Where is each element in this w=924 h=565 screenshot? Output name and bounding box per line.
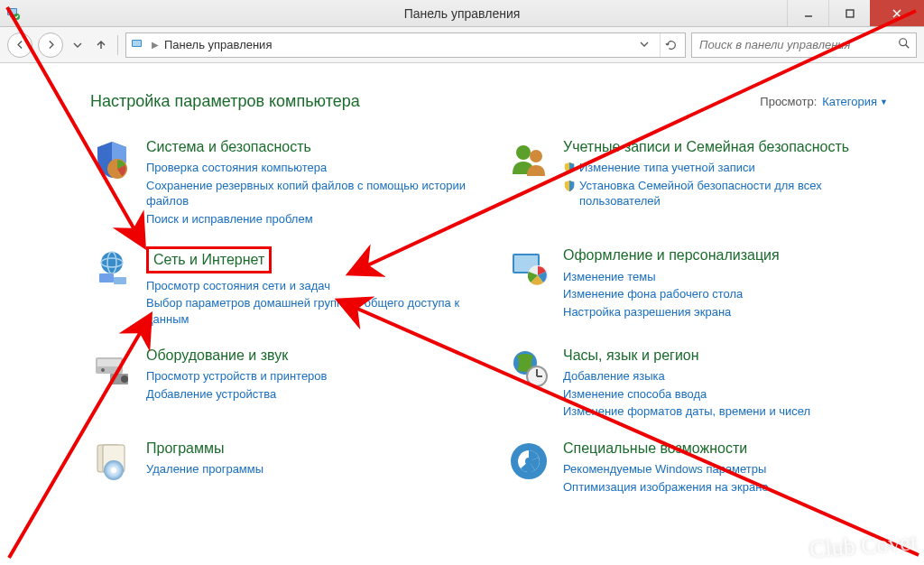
category-link[interactable]: Выбор параметров домашней группы и общег… xyxy=(146,295,471,327)
category-body: ПрограммыУдаление программы xyxy=(146,440,263,477)
svg-point-13 xyxy=(101,252,123,273)
svg-rect-22 xyxy=(97,359,121,366)
view-by: Просмотр: Категория ▼ xyxy=(760,95,888,108)
svg-rect-1 xyxy=(8,9,16,14)
category-link[interactable]: Рекомендуемые Windows параметры xyxy=(563,461,769,477)
category-link-shielded[interactable]: Установка Семейной безопасности для всех… xyxy=(563,178,888,209)
svg-point-33 xyxy=(111,468,116,473)
system-icon xyxy=(5,5,22,22)
header-row: Настройка параметров компьютера Просмотр… xyxy=(90,92,888,111)
category-icon xyxy=(90,440,134,483)
category-link[interactable]: Добавление устройства xyxy=(146,386,327,403)
page-title: Настройка параметров компьютера xyxy=(90,92,360,111)
category-body: Сеть и ИнтернетПросмотр состояния сети и… xyxy=(146,246,471,327)
category-link[interactable]: Просмотр состояния сети и задач xyxy=(146,278,471,294)
up-button[interactable] xyxy=(92,32,110,58)
category-body: Система и безопасностьПроверка состояния… xyxy=(146,138,471,227)
close-button[interactable] xyxy=(870,0,924,26)
category-link[interactable]: Изменение темы xyxy=(563,269,780,285)
history-dropdown[interactable] xyxy=(69,32,87,58)
window-buttons xyxy=(787,0,924,26)
category-item: Специальные возможностиРекомендуемые Win… xyxy=(507,440,888,495)
category-title[interactable]: Сеть и Интернет xyxy=(146,246,272,273)
category-item: Оборудование и звукПросмотр устройств и … xyxy=(90,347,471,420)
search-input[interactable] xyxy=(698,37,892,52)
category-body: Специальные возможностиРекомендуемые Win… xyxy=(563,440,769,495)
view-by-dropdown[interactable]: Категория ▼ xyxy=(822,95,888,108)
svg-point-8 xyxy=(900,39,907,46)
svg-point-12 xyxy=(530,150,542,162)
category-title[interactable]: Специальные возможности xyxy=(563,440,769,457)
category-link[interactable]: Оптимизация изображения на экране xyxy=(563,479,769,496)
category-title[interactable]: Часы, язык и регион xyxy=(563,347,810,364)
category-icon xyxy=(90,138,134,181)
svg-line-9 xyxy=(906,45,910,49)
category-item: Оформление и персонализацияИзменение тем… xyxy=(507,246,888,327)
category-item: Учетные записи и Семейная безопасностьИз… xyxy=(507,138,888,227)
search-box[interactable] xyxy=(691,32,917,58)
svg-rect-17 xyxy=(114,277,126,284)
separator xyxy=(117,35,118,55)
category-title[interactable]: Система и безопасность xyxy=(146,138,471,155)
svg-rect-5 xyxy=(846,10,854,17)
category-title[interactable]: Оформление и персонализация xyxy=(563,246,780,264)
category-link[interactable]: Изменение фона рабочего стола xyxy=(563,286,780,302)
category-body: Оформление и персонализацияИзменение тем… xyxy=(563,246,780,320)
view-by-value: Категория xyxy=(822,95,877,108)
category-icon xyxy=(507,246,550,290)
category-title[interactable]: Программы xyxy=(146,440,263,457)
category-icon xyxy=(507,347,550,390)
forward-button[interactable] xyxy=(38,32,63,58)
category-title[interactable]: Оборудование и звук xyxy=(146,347,327,364)
view-by-label: Просмотр: xyxy=(760,95,817,108)
svg-rect-7 xyxy=(133,41,141,46)
category-link[interactable]: Просмотр устройств и принтеров xyxy=(146,368,327,384)
category-icon xyxy=(507,440,550,483)
category-link[interactable]: Изменение способа ввода xyxy=(563,386,810,403)
category-item: Система и безопасностьПроверка состояния… xyxy=(90,138,471,227)
chevron-down-icon[interactable] xyxy=(640,40,649,51)
category-item: Часы, язык и регионДобавление языкаИзмен… xyxy=(507,347,888,420)
category-body: Оборудование и звукПросмотр устройств и … xyxy=(146,347,327,402)
refresh-button[interactable] xyxy=(660,33,681,57)
titlebar: Панель управления xyxy=(0,0,924,27)
category-body: Часы, язык и регионДобавление языкаИзмен… xyxy=(563,347,810,420)
category-link-shielded[interactable]: Изменение типа учетной записи xyxy=(563,160,888,176)
search-icon[interactable] xyxy=(898,37,910,52)
category-link[interactable]: Сохранение резервных копий файлов с помо… xyxy=(146,178,471,209)
chevron-right-icon: ▶ xyxy=(152,40,159,50)
content: Настройка параметров компьютера Просмотр… xyxy=(0,63,924,565)
breadcrumb[interactable]: Панель управления xyxy=(164,38,272,51)
category-link[interactable]: Проверка состояния компьютера xyxy=(146,160,471,176)
category-link[interactable]: Добавление языка xyxy=(563,368,810,384)
nav-toolbar: ▶ Панель управления xyxy=(0,27,924,63)
category-item: Сеть и ИнтернетПросмотр состояния сети и… xyxy=(90,246,471,327)
category-title[interactable]: Учетные записи и Семейная безопасность xyxy=(563,138,888,155)
category-link[interactable]: Установка Семейной безопасности для всех… xyxy=(579,178,888,209)
category-icon xyxy=(507,138,550,181)
category-link[interactable]: Изменение типа учетной записи xyxy=(579,160,755,176)
uac-shield-icon xyxy=(563,180,576,192)
category-link[interactable]: Поиск и исправление проблем xyxy=(146,211,471,227)
address-bar[interactable]: ▶ Панель управления xyxy=(125,32,686,58)
svg-point-11 xyxy=(516,145,531,160)
categories-grid: Система и безопасностьПроверка состояния… xyxy=(90,138,888,495)
control-panel-icon xyxy=(130,37,146,53)
category-icon xyxy=(90,246,134,290)
svg-point-25 xyxy=(121,375,128,383)
category-body: Учетные записи и Семейная безопасностьИз… xyxy=(563,138,888,209)
category-item: ПрограммыУдаление программы xyxy=(90,440,471,495)
chevron-down-icon: ▼ xyxy=(880,97,888,107)
svg-rect-16 xyxy=(99,273,114,282)
uac-shield-icon xyxy=(563,162,576,174)
category-link[interactable]: Изменение форматов даты, времени и чисел xyxy=(563,403,810,420)
category-icon xyxy=(90,347,134,390)
maximize-button[interactable] xyxy=(828,0,870,26)
svg-point-23 xyxy=(101,368,105,372)
category-link[interactable]: Удаление программы xyxy=(146,461,263,477)
svg-point-36 xyxy=(525,458,532,465)
window-title: Панель управления xyxy=(0,6,924,21)
back-button[interactable] xyxy=(7,32,32,58)
minimize-button[interactable] xyxy=(787,0,828,26)
category-link[interactable]: Настройка разрешения экрана xyxy=(563,304,780,320)
